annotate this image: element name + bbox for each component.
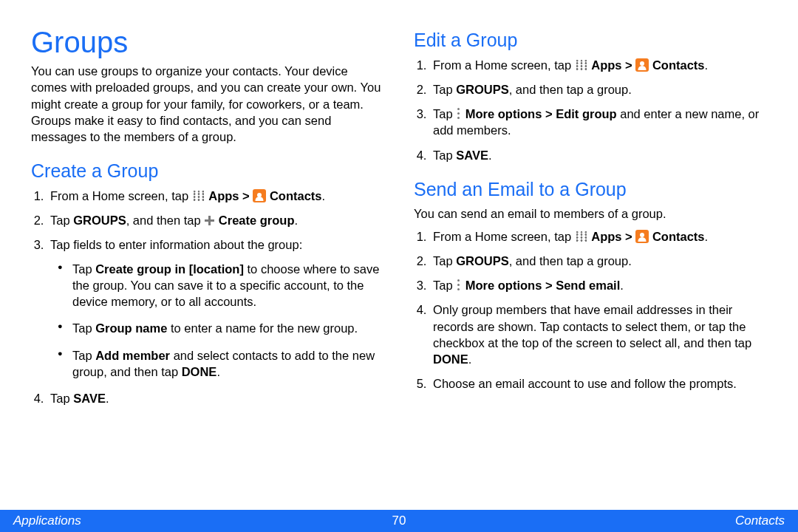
text: . xyxy=(468,352,472,366)
bold: Create group in [location] xyxy=(95,262,244,276)
create-step-1: From a Home screen, tap Apps > Contacts. xyxy=(47,188,384,204)
edit-group-steps: From a Home screen, tap Apps > Contacts.… xyxy=(414,57,767,163)
apps-label: Apps > xyxy=(591,58,635,72)
page-footer: Applications 70 Contacts xyxy=(0,510,798,532)
text: Tap xyxy=(433,279,456,292)
create-step-4: Tap SAVE. xyxy=(47,390,384,406)
contacts-label: Contacts xyxy=(652,58,705,72)
bold: DONE xyxy=(433,352,468,366)
contacts-label: Contacts xyxy=(652,230,705,243)
contacts-icon xyxy=(635,58,649,72)
groups-intro: You can use groups to organize your cont… xyxy=(31,63,384,145)
create-step-3-bullets: Tap Create group in [location] to choose… xyxy=(50,261,384,381)
text: , and then tap a group. xyxy=(509,254,632,267)
groups-label: GROUPS xyxy=(73,214,126,227)
text: , and then tap a group. xyxy=(509,83,632,96)
send-step-5: Choose an email account to use and follo… xyxy=(430,375,767,392)
text: Tap fields to enter information about th… xyxy=(50,238,302,251)
footer-right: Contacts xyxy=(735,514,785,528)
send-email-steps: From a Home screen, tap Apps > Contacts.… xyxy=(414,228,767,392)
bold: Add member xyxy=(95,349,170,362)
bullet-add-member: Tap Add member and select contacts to ad… xyxy=(58,347,384,381)
text: Tap xyxy=(72,349,95,362)
page-body: Groups You can use groups to organize yo… xyxy=(0,0,798,505)
send-step-1: From a Home screen, tap Apps > Contacts. xyxy=(430,228,767,245)
text: Tap xyxy=(433,83,456,96)
create-step-3: Tap fields to enter information about th… xyxy=(47,236,384,380)
bold: GROUPS xyxy=(456,83,509,96)
send-step-3: Tap More options > Send email. xyxy=(430,277,767,293)
bold: Group name xyxy=(95,321,167,335)
create-group-heading: Create a Group xyxy=(31,161,384,182)
bold: SAVE xyxy=(73,392,106,405)
create-group-steps: From a Home screen, tap Apps > Contacts.… xyxy=(31,188,384,407)
contacts-icon xyxy=(253,189,266,202)
apps-icon xyxy=(192,189,205,202)
text: . xyxy=(322,189,326,202)
bold: GROUPS xyxy=(456,254,509,267)
edit-step-4: Tap SAVE. xyxy=(430,147,767,163)
text: , and then tap xyxy=(126,214,205,227)
text: . xyxy=(488,149,492,162)
create-step-2: Tap GROUPS, and then tap Create group. xyxy=(47,212,384,228)
text: . xyxy=(216,365,220,378)
bold: SAVE xyxy=(456,149,488,162)
edit-step-2: Tap GROUPS, and then tap a group. xyxy=(430,81,767,98)
left-column: Groups You can use groups to organize yo… xyxy=(31,26,384,505)
footer-page-number: 70 xyxy=(392,514,406,528)
text: Tap xyxy=(433,149,456,162)
bold: DONE xyxy=(182,365,217,378)
apps-label: Apps > xyxy=(208,189,253,202)
text: . xyxy=(620,279,624,292)
send-email-intro: You can send an email to members of a gr… xyxy=(414,205,767,222)
plus-icon xyxy=(204,215,215,226)
page-title: Groups xyxy=(31,26,384,58)
text: to enter a name for the new group. xyxy=(167,321,358,335)
create-group-label: Create group xyxy=(219,214,295,227)
text: . xyxy=(705,230,709,243)
text: . xyxy=(106,392,109,405)
text: Tap xyxy=(72,262,95,276)
edit-step-1: From a Home screen, tap Apps > Contacts. xyxy=(430,57,767,73)
contacts-label: Contacts xyxy=(270,189,322,202)
text: Tap xyxy=(50,392,73,405)
apps-label: Apps > xyxy=(591,230,635,243)
more-options-icon xyxy=(456,107,462,120)
apps-icon xyxy=(575,58,588,72)
text: Only group members that have email addre… xyxy=(433,303,751,349)
more-options-icon xyxy=(456,279,462,292)
text: Tap xyxy=(433,107,456,120)
send-email-heading: Send an Email to a Group xyxy=(414,180,767,200)
edit-group-heading: Edit a Group xyxy=(414,30,767,51)
text: Tap xyxy=(72,321,95,335)
text: . xyxy=(295,214,299,227)
text: From a Home screen, tap xyxy=(433,58,575,72)
apps-icon xyxy=(575,230,588,243)
send-step-2: Tap GROUPS, and then tap a group. xyxy=(430,253,767,269)
text: Tap xyxy=(433,254,456,267)
bullet-location: Tap Create group in [location] to choose… xyxy=(58,261,384,310)
bold: More options > Edit group xyxy=(466,107,617,120)
contacts-icon xyxy=(635,230,649,243)
text: From a Home screen, tap xyxy=(50,189,192,202)
footer-left: Applications xyxy=(13,514,81,528)
text: . xyxy=(705,58,709,72)
send-step-4: Only group members that have email addre… xyxy=(430,301,767,367)
bold: More options > Send email xyxy=(466,279,621,292)
bullet-group-name: Tap Group name to enter a name for the n… xyxy=(58,320,384,336)
edit-step-3: Tap More options > Edit group and enter … xyxy=(430,106,767,139)
text: Tap xyxy=(50,214,73,227)
text: From a Home screen, tap xyxy=(433,230,575,243)
right-column: Edit a Group From a Home screen, tap App… xyxy=(414,26,767,505)
